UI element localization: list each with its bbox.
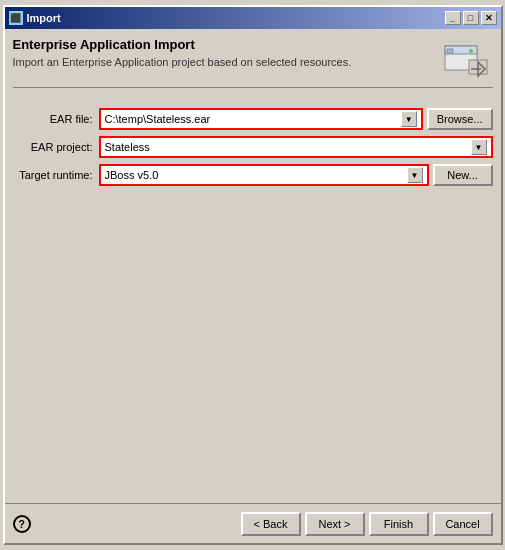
target-runtime-value: JBoss v5.0 (105, 169, 407, 181)
svg-point-3 (469, 49, 473, 53)
target-runtime-dropdown-arrow[interactable]: ▼ (407, 167, 423, 183)
ear-file-row: EAR file: C:\temp\Stateless.ear ▼ Browse… (13, 108, 493, 130)
next-button[interactable]: Next > (305, 512, 365, 536)
ear-project-dropdown-arrow[interactable]: ▼ (471, 139, 487, 155)
ear-project-label: EAR project: (13, 141, 93, 153)
title-bar: ⬛ Import _ □ ✕ (5, 7, 501, 29)
ear-project-combo[interactable]: Stateless ▼ (99, 136, 493, 158)
ear-file-value: C:\temp\Stateless.ear (105, 113, 401, 125)
cancel-button[interactable]: Cancel (433, 512, 493, 536)
new-button[interactable]: New... (433, 164, 493, 186)
minimize-button[interactable]: _ (445, 11, 461, 25)
form-section: EAR file: C:\temp\Stateless.ear ▼ Browse… (13, 108, 493, 186)
window-icon: ⬛ (9, 11, 23, 25)
maximize-button[interactable]: □ (463, 11, 479, 25)
ear-project-value: Stateless (105, 141, 471, 153)
title-bar-text: ⬛ Import (9, 11, 61, 25)
footer-left: ? (13, 515, 31, 533)
dialog-content: Enterprise Application Import Import an … (5, 29, 501, 503)
target-runtime-label: Target runtime: (13, 169, 93, 181)
finish-button[interactable]: Finish (369, 512, 429, 536)
svg-rect-2 (447, 49, 453, 53)
ear-project-row: EAR project: Stateless ▼ (13, 136, 493, 158)
target-runtime-combo[interactable]: JBoss v5.0 ▼ (99, 164, 429, 186)
ear-file-combo[interactable]: C:\temp\Stateless.ear ▼ (99, 108, 423, 130)
title-bar-controls: _ □ ✕ (445, 11, 497, 25)
close-button[interactable]: ✕ (481, 11, 497, 25)
target-runtime-row: Target runtime: JBoss v5.0 ▼ New... (13, 164, 493, 186)
help-button[interactable]: ? (13, 515, 31, 533)
footer-buttons: < Back Next > Finish Cancel (241, 512, 493, 536)
header-text: Enterprise Application Import Import an … (13, 37, 433, 68)
dialog-footer: ? < Back Next > Finish Cancel (5, 503, 501, 543)
ear-project-combo-wrapper: Stateless ▼ (99, 136, 493, 158)
dialog-description: Import an Enterprise Application project… (13, 56, 433, 68)
ear-file-combo-wrapper: C:\temp\Stateless.ear ▼ Browse... (99, 108, 493, 130)
window-title: Import (27, 12, 61, 24)
browse-button[interactable]: Browse... (427, 108, 493, 130)
target-runtime-combo-wrapper: JBoss v5.0 ▼ New... (99, 164, 493, 186)
import-dialog: ⬛ Import _ □ ✕ Enterprise Application Im… (3, 5, 503, 545)
header-section: Enterprise Application Import Import an … (13, 37, 493, 88)
ear-file-dropdown-arrow[interactable]: ▼ (401, 111, 417, 127)
header-icon (441, 37, 493, 79)
dialog-title: Enterprise Application Import (13, 37, 433, 52)
ear-file-label: EAR file: (13, 113, 93, 125)
back-button[interactable]: < Back (241, 512, 301, 536)
